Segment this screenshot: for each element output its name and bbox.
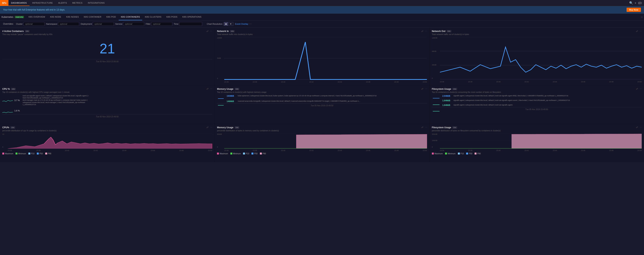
p50-dot <box>37 153 39 155</box>
deployment-override: Deployment <box>81 22 114 26</box>
filesystem-dist-subtitle: percentile distribution of bytes on file… <box>432 130 642 132</box>
bell-icon[interactable]: ☍ <box>636 88 638 90</box>
bell-icon[interactable]: ☍ <box>421 126 424 129</box>
more-icon[interactable]: ⋯ <box>210 30 212 32</box>
chart-res-grid-btn[interactable]: ■ <box>224 22 228 26</box>
network-out-y-axis: 146KiB 98KiB 49KiB 0 <box>432 37 438 79</box>
subnav-k8s-nodes[interactable]: K8S NODES <box>64 13 81 20</box>
cpu-row-2: 1.6 % <box>2 108 212 114</box>
trial-text: Your free trial with full Enterprise fea… <box>3 8 65 11</box>
network-out-chart-area: 146KiB 98KiB 49KiB 0 23:3623:3823:4023:4… <box>432 37 642 83</box>
buy-now-button[interactable]: Buy Now <box>626 8 641 12</box>
more-icon[interactable]: ⋯ <box>210 126 212 129</box>
subnav-k8s-pods[interactable]: K8S PODS <box>164 13 180 20</box>
service-input[interactable] <box>123 22 144 26</box>
namespace-input[interactable] <box>58 22 79 26</box>
nav-alerts[interactable]: ALERTS <box>56 0 70 6</box>
maximum-dot <box>432 153 434 155</box>
chart-res-list-btn[interactable]: ▼ <box>228 22 233 26</box>
p50-label: P50 <box>254 153 258 155</box>
network-in-header: Network In 10s ☍ ⋯ <box>217 30 427 32</box>
more-options-button[interactable]: ⋯ <box>249 22 252 25</box>
bell-icon[interactable]: ☍ <box>636 30 638 32</box>
memory-dist-badge: 10s <box>234 126 240 129</box>
cpu-percent-title: CPU % <box>2 88 10 90</box>
memory-dist-panel: Memory Usage 10s ☍ ⋯ percentile distribu… <box>215 124 429 162</box>
memory-row-1: 193MiB kube-apiserver | sokayama3.cluste… <box>226 95 427 97</box>
cluster-input[interactable] <box>24 22 44 26</box>
svg-marker-14 <box>8 137 212 149</box>
p90-label: P90 <box>262 153 266 155</box>
filesystem-row-2: 1.84MiB signalfx-agent | sokayama3.clust… <box>442 99 642 102</box>
subnav-k8s-operations[interactable]: K8S OPERATIONS <box>180 13 204 20</box>
legend-minimum: Minimum <box>16 153 26 155</box>
memory-row-2: 146MiB nuanced-anaconda-mongodb | sokaya… <box>226 100 427 102</box>
add-icon[interactable]: + <box>634 1 636 5</box>
p90-dot <box>474 153 476 155</box>
more-icon[interactable]: ⋯ <box>640 126 642 129</box>
bell-icon[interactable]: ☍ <box>636 126 638 129</box>
filesystem-val-3: 1.84MiB <box>442 104 452 106</box>
user-icon[interactable]: 10+ <box>638 1 642 5</box>
active-containers-header: # Active Containers 10s ☍ ⋯ <box>2 30 212 32</box>
network-in-actions: ☍ ⋯ <box>421 30 427 32</box>
search-icon[interactable]: 🔍 <box>629 1 633 5</box>
bell-icon[interactable]: ☍ <box>421 88 424 90</box>
filesystem-dist-badge: 10s <box>452 126 457 129</box>
network-out-panel: Network Out 10s ☍ ⋯ Total network traffi… <box>430 27 644 85</box>
cpu-percent-footer: Tue 05 Nov 2019 23:49:50 <box>2 114 212 118</box>
sub-nav-more[interactable]: □ <box>641 16 642 18</box>
more-icon[interactable]: ⋯ <box>425 88 427 90</box>
nav-dashboards[interactable]: DASHBOARDS <box>8 0 30 6</box>
filter-input[interactable] <box>151 22 172 26</box>
filesystem-row-3: 1.84MiB signalfx-agent | sokayama3.clust… <box>442 104 642 106</box>
filesystem-usage-top-title: Filesystem Usage <box>432 88 451 90</box>
maximum-label: Maximum <box>220 153 228 155</box>
active-containers-footer: Tue 05 Nov 2019 23:50:00 <box>2 59 212 63</box>
filesystem-row-1: 2.94MiB signalfx-agent | sokayama3.clust… <box>442 95 642 97</box>
subnav-k8s-container[interactable]: K8S CONTAINER <box>82 13 104 20</box>
cpu-rows: 3.7 % iced-cat-signalfx-agent-sss4c | de… <box>2 95 212 114</box>
subnav-k8s-overview[interactable]: K8S OVERVIEW <box>26 13 48 20</box>
nav-infrastructure[interactable]: INFRASTRUCTURE <box>30 0 56 6</box>
more-icon[interactable]: ⋯ <box>425 30 427 32</box>
more-icon[interactable]: ⋯ <box>640 30 642 32</box>
subnav-k8s-node[interactable]: K8S NODE <box>48 13 64 20</box>
event-overlay-button[interactable]: Event Overlay <box>235 23 248 25</box>
cpu-desc-1: iced-cat-signalfx-agent-sss4c | default … <box>22 95 97 106</box>
nav-metrics[interactable]: METRICS <box>70 0 85 6</box>
legend-p50: P50 <box>37 153 43 155</box>
bell-icon[interactable]: ☍ <box>206 126 208 129</box>
more-icon[interactable]: ⋯ <box>210 88 212 90</box>
cpu-dist-actions: ☍ ⋯ <box>206 126 212 129</box>
p10-dot <box>28 153 30 155</box>
bell-icon[interactable]: ☍ <box>206 88 208 90</box>
subnav-k8s-clusters[interactable]: K8S CLUSTERS <box>142 13 164 20</box>
filesystem-usage-top-panel: Filesystem Usage 10s ☍ ⋯ Top 10 containe… <box>430 85 644 124</box>
time-override: Time <box>174 22 202 26</box>
memory-top-rows: 193MiB kube-apiserver | sokayama3.cluste… <box>226 95 427 102</box>
top-nav: SFx DASHBOARDS INFRASTRUCTURE ALERTS MET… <box>0 0 644 6</box>
filesystem-desc-3: signalfx-agent | sokayama3.cluster.k8s.l… <box>454 104 642 106</box>
legend-p90: P90 <box>45 153 51 155</box>
bell-icon[interactable]: ☍ <box>421 30 424 32</box>
subnav-k8s-pod[interactable]: K8S POD <box>104 13 118 20</box>
trial-banner: Your free trial with full Enterprise fea… <box>0 6 644 13</box>
filesystem-dist-actions: ☍ ⋯ <box>636 126 642 129</box>
overrides-bar: Overrides: Cluster Namespace Deployment … <box>0 20 644 27</box>
legend-minimum: Minimum <box>445 153 456 155</box>
more-icon[interactable]: ⋯ <box>640 88 642 90</box>
more-icon[interactable]: ⋯ <box>425 126 427 129</box>
subnav-k8s-containers[interactable]: K8S CONTAINERS <box>119 13 142 20</box>
filesystem-desc-2: signalfx-agent | sokayama3.cluster.k8s.l… <box>454 99 642 102</box>
legend-p10: P10 <box>243 153 249 155</box>
memory-desc-1: kube-apiserver | sokayama3.cluster.k8s.l… <box>238 95 427 97</box>
time-input[interactable] <box>179 22 202 26</box>
nav-integrations[interactable]: INTEGRATIONS <box>85 0 107 6</box>
bell-icon[interactable]: ☍ <box>206 30 208 32</box>
active-containers-subtitle: This may include "pause" containers used… <box>2 33 212 35</box>
filesystem-dist-chart-area: 391KiB 195KiB 0 23:3623:3823:4023:4223:4… <box>432 133 642 151</box>
minimum-label: Minimum <box>448 153 456 155</box>
deployment-input[interactable] <box>93 22 114 26</box>
logo: SFx <box>0 0 8 6</box>
